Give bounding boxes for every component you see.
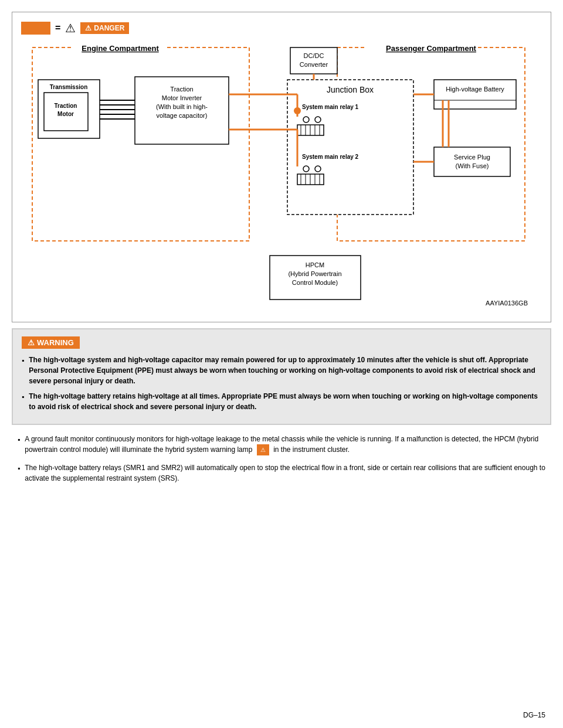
diagram-box: = ⚠ ⚠ DANGER Engine Compartment Passenge… [12, 12, 551, 322]
service-plug-fuse-label: (With Fuse) [456, 162, 489, 169]
svg-rect-5 [287, 80, 413, 215]
warning-bullet-1-text: The high-voltage system and high-voltage… [29, 355, 541, 386]
traction-motor-line1: Traction [55, 103, 77, 109]
warning-bullets: The high-voltage system and high-voltage… [22, 355, 541, 412]
legend-color-box [21, 22, 50, 35]
relay2-label: System main relay 2 [302, 154, 359, 160]
info-bullet-2: The high-voltage battery relays (SMR1 an… [18, 462, 545, 484]
info-bullets: A ground fault monitor continuously moni… [18, 434, 545, 484]
inverter-line1: Traction [170, 86, 193, 93]
svg-point-7 [315, 117, 321, 123]
traction-motor-line2: Motor [57, 111, 74, 117]
warning-triangle-badge-icon: ⚠ [28, 338, 35, 347]
page-container: = ⚠ ⚠ DANGER Engine Compartment Passenge… [0, 0, 563, 505]
svg-rect-24 [434, 147, 510, 176]
legend-row: = ⚠ ⚠ DANGER [21, 21, 542, 35]
svg-point-6 [303, 117, 309, 123]
hv-battery-label: High-voltage Battery [446, 86, 504, 93]
service-plug-label: Service Plug [454, 154, 490, 161]
hpcm-line2: (Hybrid Powertrain [288, 270, 341, 277]
inverter-line4: voltage capacitor) [157, 112, 208, 119]
danger-badge: ⚠ DANGER [80, 22, 129, 34]
dcdc-converter-label: Converter [300, 61, 328, 68]
transmission-label: Transmission [50, 84, 87, 90]
inverter-line3: (With built in high- [156, 103, 208, 110]
image-ref: AAYIA0136GB [486, 300, 528, 307]
warning-box: ⚠ WARNING The high-voltage system and hi… [12, 328, 551, 425]
relay1-label: System main relay 1 [302, 104, 359, 110]
warning-badge: ⚠ WARNING [22, 336, 80, 349]
svg-point-14 [303, 166, 309, 172]
legend-equals: = [55, 23, 60, 33]
info-section: A ground fault monitor continuously moni… [12, 431, 551, 494]
hpcm-line1: HPCM [306, 261, 324, 268]
svg-point-40 [294, 107, 301, 114]
svg-point-15 [315, 166, 321, 172]
engine-compartment-label: Engine Compartment [82, 45, 159, 53]
hybrid-warning-icon: ⚠ [257, 444, 269, 455]
dcdc-label: DC/DC [304, 52, 324, 59]
junction-box-label: Junction Box [327, 85, 374, 94]
passenger-compartment-label: Passenger Compartment [386, 45, 477, 53]
danger-triangle-icon: ⚠ [85, 24, 91, 32]
inverter-line2: Motor Inverter [162, 94, 202, 101]
warning-bullet-1: The high-voltage system and high-voltage… [22, 355, 541, 386]
info-bullet-1-text: A ground fault monitor continuously moni… [25, 434, 545, 455]
info-bullet-2-text: The high-voltage battery relays (SMR1 an… [25, 462, 545, 484]
svg-rect-22 [434, 80, 516, 109]
diagram-svg: Engine Compartment Passenger Compartment… [12, 45, 551, 308]
warning-bullet-2-text: The high-voltage battery retains high-vo… [29, 391, 541, 412]
danger-label: DANGER [94, 24, 124, 32]
warning-triangle-icon: ⚠ [65, 21, 76, 35]
page-number: DG–15 [523, 711, 545, 719]
hpcm-line3: Control Module) [292, 279, 338, 286]
info-bullet-1: A ground fault monitor continuously moni… [18, 434, 545, 455]
warning-badge-label: WARNING [37, 338, 74, 347]
warning-bullet-2: The high-voltage battery retains high-vo… [22, 391, 541, 412]
warning-header: ⚠ WARNING [22, 336, 541, 349]
